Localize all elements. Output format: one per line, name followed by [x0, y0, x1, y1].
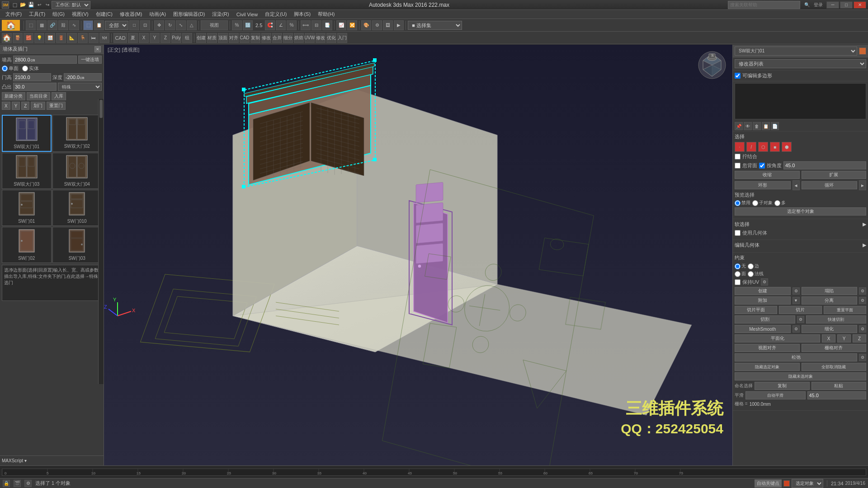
slice-plane-btn[interactable]: 切片平面 — [735, 306, 777, 314]
snap-3d-btn[interactable]: 🧲 — [265, 20, 275, 30]
stack-show-btn[interactable]: 👁 — [744, 122, 752, 130]
x-btn[interactable]: X — [2, 102, 10, 110]
select-object-btn[interactable]: ⬚ — [26, 20, 36, 30]
pinch-checkbox[interactable] — [735, 154, 741, 160]
preview-sub-radio[interactable] — [752, 200, 758, 206]
thumb-sw-double-02[interactable]: SW双大门02 — [52, 115, 102, 152]
thumb-sw-double-01[interactable]: SW双大门01 — [2, 115, 52, 152]
thumb-sw-door-02[interactable]: SW门02 — [2, 227, 52, 263]
open-button[interactable]: 📂 — [19, 1, 27, 9]
constraint-edge-radio[interactable] — [748, 263, 754, 269]
spinner-snap-btn[interactable]: 🔢 — [243, 20, 253, 30]
menu-help[interactable]: 帮助(H) — [314, 10, 338, 19]
copy-named-btn[interactable]: 复制 — [755, 382, 810, 390]
window-cross-btn[interactable]: □ — [129, 20, 139, 30]
menu-modify[interactable]: 修改器(M) — [116, 10, 146, 19]
loop-btn[interactable]: 循环 — [802, 181, 858, 189]
preview-disable-label[interactable]: 禁用 — [735, 200, 750, 206]
meshsmooth-btn[interactable]: MeshSmooth — [735, 325, 791, 333]
mirror-btn[interactable]: ⟺ — [301, 20, 311, 30]
double-door-btn[interactable]: 划门 — [31, 102, 45, 110]
ring-arrow-btn[interactable]: ◄ — [793, 180, 800, 190]
copy-menu[interactable]: 复制 — [250, 33, 260, 43]
preview-disable-radio[interactable] — [735, 200, 741, 206]
constraint-normal-radio[interactable] — [748, 271, 754, 277]
subdivision-menu[interactable]: 细分 — [283, 33, 293, 43]
align-menu[interactable]: 对齐 — [229, 33, 239, 43]
color-box[interactable] — [859, 47, 866, 55]
new-category-btn[interactable]: 新建分类 — [2, 92, 25, 100]
xyz-y-btn[interactable]: Y — [837, 334, 851, 343]
mode-solid-radio[interactable] — [22, 66, 28, 71]
smooth-threshold-input[interactable] — [807, 391, 867, 399]
slice-btn[interactable]: 切片 — [779, 306, 821, 314]
material-editor-btn[interactable]: 🎨 — [361, 20, 371, 30]
constraint-none-label[interactable]: 无 — [735, 263, 746, 269]
hide-sel-btn[interactable]: 隐藏选定对象 — [735, 363, 800, 371]
preview-multi-label[interactable]: 多 — [774, 200, 786, 206]
xyz-x-btn[interactable]: X — [822, 334, 835, 343]
constraint-face-radio[interactable] — [735, 271, 741, 277]
status-icon2[interactable]: ⚙ — [24, 480, 32, 487]
render-btn[interactable]: ▶ — [394, 20, 404, 30]
relax-settings[interactable]: ⚙ — [859, 354, 866, 361]
tessellate-settings[interactable]: ⚙ — [859, 325, 866, 333]
import-btn[interactable]: 入库 — [52, 92, 66, 100]
out-input[interactable] — [13, 83, 57, 91]
loop-arrow-btn[interactable]: ► — [859, 180, 866, 190]
menu-animation[interactable]: 动画(A) — [146, 10, 170, 19]
use-soft-checkbox[interactable] — [735, 230, 741, 236]
uvw-menu[interactable]: UVW — [305, 33, 315, 43]
select-btn[interactable]: ⬚ — [83, 20, 93, 30]
menu-file[interactable]: 文件(F) — [2, 10, 25, 19]
create-menu[interactable]: 创建 — [196, 33, 206, 43]
collapse-settings[interactable]: ⚙ — [859, 287, 866, 295]
schematic-view-btn[interactable]: 🔀 — [347, 20, 357, 30]
preview-sub-label[interactable]: 子对象 — [752, 200, 773, 206]
create-settings[interactable]: ⚙ — [793, 287, 800, 295]
maxscript-label[interactable]: MAXScript ▾ — [2, 458, 27, 463]
y-axis-btn[interactable]: Y — [150, 33, 160, 43]
hide-unsel-btn[interactable]: 隐藏未选对象 — [735, 372, 866, 380]
mode-solid-label[interactable]: 实体 — [22, 65, 39, 72]
poly-btn[interactable]: ■ — [770, 142, 780, 152]
render-frame-btn[interactable]: 🖼 — [383, 20, 393, 30]
height-input[interactable] — [13, 56, 77, 64]
y-btn[interactable]: Y — [12, 102, 20, 110]
grid-align-btn[interactable]: 栅格对齐 — [802, 344, 867, 352]
mode-single-label[interactable]: 单面 — [2, 65, 19, 72]
door-height-input[interactable] — [13, 73, 51, 81]
search-icon[interactable]: 🔍 — [802, 0, 812, 10]
soft-expand-icon[interactable]: ▶ — [863, 221, 866, 227]
xyz-z-btn[interactable]: Z — [853, 334, 866, 343]
relax-btn[interactable]: 松弛 — [735, 353, 857, 361]
status-icon1[interactable]: 🎬 — [14, 480, 21, 487]
z-axis-btn[interactable]: Z — [160, 33, 170, 43]
plugin-btn-9[interactable]: 🛏 — [89, 33, 99, 43]
plugin-btn-6[interactable]: 🚪 — [56, 33, 66, 43]
attach-btn[interactable]: 附加 — [735, 296, 791, 305]
object-name-dropdown[interactable]: SW双大门01 — [735, 47, 857, 56]
new-button[interactable]: □ — [11, 1, 19, 9]
plugin-btn-5[interactable]: 🪟 — [45, 33, 55, 43]
timeline-track[interactable]: 0 5 10 15 20 25 30 35 40 45 50 — [2, 469, 866, 476]
z-btn[interactable]: Z — [21, 102, 29, 110]
connect-wall-btn[interactable]: 一键连墙 — [78, 56, 102, 64]
thumb-sw-door-010[interactable]: SW门010 — [52, 190, 102, 226]
detach-settings[interactable]: ⚙ — [859, 297, 866, 304]
expand-btn[interactable]: 收缩 — [735, 171, 800, 179]
bake-menu[interactable]: 烘焙 — [294, 33, 304, 43]
select-name-btn[interactable]: 📋 — [94, 20, 104, 30]
ref-coord-btn[interactable]: 视图 — [201, 20, 228, 30]
select-all-btn[interactable]: 选定整个对象 — [735, 207, 866, 216]
editable-poly-checkbox[interactable] — [735, 73, 741, 79]
menu-create[interactable]: 创建(C) — [92, 10, 116, 19]
modifier-list-dropdown[interactable]: 修改器列表 — [735, 59, 866, 68]
paste-named-btn[interactable]: 粘贴 — [811, 382, 867, 390]
maximize-button[interactable]: □ — [840, 1, 853, 9]
select-region-btn[interactable]: ▦ — [37, 20, 47, 30]
workspace-dropdown[interactable]: 工作区: 默认 — [52, 1, 90, 9]
detach-btn[interactable]: 分离 — [802, 296, 858, 305]
percent-snap-btn[interactable]: % — [232, 20, 242, 30]
main-viewport[interactable]: [正交] [透视图] 顶 — [104, 45, 732, 465]
